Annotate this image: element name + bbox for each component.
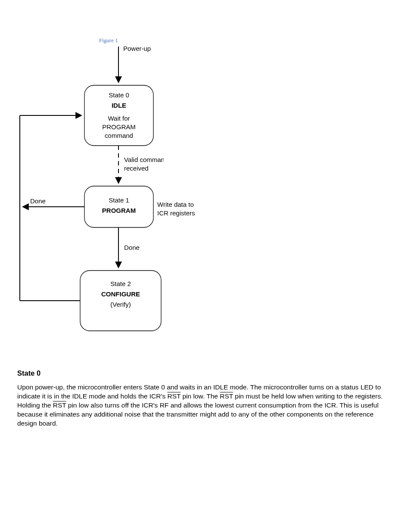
svg-text:State 0: State 0 bbox=[109, 91, 129, 99]
rst-overline-3: RST bbox=[53, 401, 66, 409]
section-heading: State 0 bbox=[17, 368, 394, 378]
svg-text:(Verify): (Verify) bbox=[110, 301, 131, 308]
section-paragraph: Upon power-up, the microcontroller enter… bbox=[17, 383, 394, 428]
body-text: State 0 Upon power-up, the microcontroll… bbox=[17, 368, 394, 433]
box2-side-label-l2: ICR registers bbox=[157, 209, 195, 218]
done-label-lower: Done bbox=[124, 244, 140, 251]
rst-overline-2: RST bbox=[220, 392, 233, 400]
svg-text:Wait for: Wait for bbox=[108, 115, 130, 122]
rst-overline-1: RST bbox=[167, 392, 181, 400]
svg-text:PROGRAM: PROGRAM bbox=[102, 123, 136, 131]
svg-text:command: command bbox=[105, 132, 133, 139]
flowchart: Power-up State 0 IDLE Wait for PROGRAM c… bbox=[13, 38, 164, 352]
svg-text:IDLE: IDLE bbox=[112, 102, 126, 109]
p1b: pin low. The bbox=[181, 392, 220, 400]
done-label-left: Done bbox=[30, 197, 46, 205]
page: Figure 1 Power-up State 0 IDLE Wait for … bbox=[0, 0, 411, 532]
svg-text:received: received bbox=[124, 165, 149, 172]
power-up-label: Power-up bbox=[123, 45, 151, 52]
p1d: pin low also turns off the ICR's RF and … bbox=[17, 401, 379, 427]
svg-text:Valid command: Valid command bbox=[124, 156, 164, 163]
svg-text:State 1: State 1 bbox=[109, 196, 129, 204]
box2-side-label-l1: Write data to bbox=[157, 200, 194, 209]
svg-text:State 2: State 2 bbox=[110, 280, 131, 287]
svg-text:CONFIGURE: CONFIGURE bbox=[101, 290, 140, 298]
svg-text:PROGRAM: PROGRAM bbox=[102, 207, 136, 214]
